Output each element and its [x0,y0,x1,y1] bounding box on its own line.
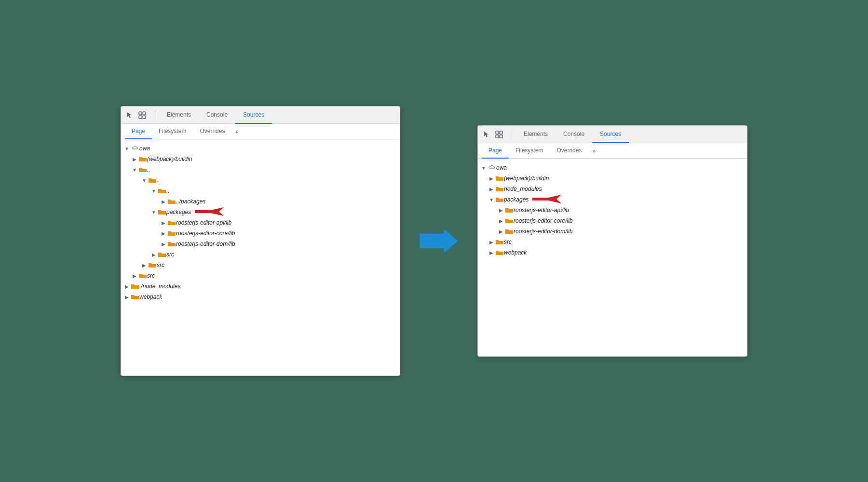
right-subtab-overrides[interactable]: Overrides [550,143,588,159]
folder-icon-src-mid [148,262,157,268]
tree-item-owa-r[interactable]: owa [478,162,747,173]
tree-item-node-modules-left[interactable]: ./node_modules [121,281,400,292]
left-tab-elements[interactable]: Elements [159,107,199,124]
right-tab-console[interactable]: Console [556,126,592,143]
right-subtab-filesystem[interactable]: Filesystem [509,143,550,159]
folder-icon-packages-left [158,209,166,215]
right-toolbar-icons [482,130,504,139]
right-toolbar-divider [512,130,512,139]
tree-label-dotdot2: .. [157,177,160,184]
tree-arrow-owa [123,145,131,152]
tree-item-owa[interactable]: owa [121,143,400,154]
folder-icon-webpack-buildin [138,156,147,162]
tree-item-roosterjs-dom-r[interactable]: roosterjs-editor-dom/lib [478,226,747,237]
tree-arrow-roosterjs-api [160,219,167,227]
tree-item-roosterjs-core[interactable]: roosterjs-editor-core/lib [121,228,400,239]
left-toolbar: Elements Console Sources [121,107,400,124]
tree-item-webpack-r[interactable]: webpack [478,247,747,258]
tree-item-src-inner[interactable]: src [121,249,400,260]
tree-label-node-modules-left: ./node_modules [139,283,180,290]
tree-item-src-mid[interactable]: src [121,260,400,270]
left-subtab-more[interactable]: » [231,128,243,135]
tree-item-roosterjs-dom[interactable]: roosterjs-editor-dom/lib [121,239,400,249]
tree-arrow-webpack-left [123,293,131,301]
tree-arrow-owa-r [480,164,488,172]
folder-icon-node-modules-left [131,283,139,290]
left-subtabs: Page Filesystem Overrides » [121,124,400,139]
inspect-icon[interactable] [137,110,147,120]
tree-arrow-dotdot-packages [160,198,167,205]
tree-item-webpack-buildin-r[interactable]: (webpack)/buildin [478,173,747,184]
tree-label-roosterjs-api-r: roosterjs-editor-api/lib [514,207,569,214]
tree-arrow-dotdot3 [150,187,158,195]
tree-arrow-roosterjs-api-r [497,206,505,214]
tree-arrow-node-modules-r [488,185,495,193]
tree-label-src-outer: src [147,272,155,279]
svg-rect-0 [139,112,142,115]
svg-rect-2 [139,116,142,119]
tree-arrow-roosterjs-core [160,229,167,237]
right-tab-elements[interactable]: Elements [516,126,556,143]
tree-label-src-r: src [504,239,512,245]
red-arrow-left-packages [195,206,224,218]
tree-item-packages-left[interactable]: packages [121,207,400,217]
tree-arrow-src-inner [150,251,158,258]
folder-icon-roosterjs-core [167,230,176,237]
left-file-tree: owa (webpack)/buildin .. [121,139,400,375]
right-tab-sources[interactable]: Sources [592,126,629,143]
tree-arrow-dotdot1 [131,166,138,174]
left-toolbar-icons [125,110,147,120]
tree-arrow-roosterjs-dom [160,240,167,248]
svg-rect-3 [143,116,146,119]
blue-arrow-svg [420,227,458,255]
tree-item-webpack-left[interactable]: webpack [121,292,400,302]
svg-rect-12 [532,198,553,201]
tree-item-node-modules-r[interactable]: node_modules [478,184,747,194]
left-subtab-page[interactable]: Page [125,124,152,139]
red-arrow-right-packages [532,194,561,206]
tree-label-webpack-r: webpack [504,249,527,256]
folder-icon-packages-r [495,196,504,203]
tree-item-roosterjs-api-r[interactable]: roosterjs-editor-api/lib [478,205,747,215]
tree-label-webpack-left: webpack [139,294,162,300]
tree-arrow-webpack-buildin [131,155,138,163]
left-subtab-filesystem[interactable]: Filesystem [152,124,193,139]
tree-label-node-modules-r: node_modules [504,186,542,192]
tree-arrow-packages-left [150,208,158,216]
tree-arrow-src-outer [131,272,138,280]
tree-label-src-mid: src [157,262,164,268]
svg-rect-8 [500,131,502,134]
left-tab-console[interactable]: Console [199,107,235,124]
tree-item-dotdot3[interactable]: .. [121,186,400,196]
folder-icon-dotdot2 [148,177,157,184]
svg-rect-1 [143,112,146,115]
folder-icon-webpack-buildin-r [495,175,504,182]
right-cursor-icon[interactable] [482,130,491,139]
right-subtab-page[interactable]: Page [482,143,509,159]
folder-icon-roosterjs-api [167,219,176,226]
tree-item-packages-r[interactable]: packages [478,194,747,205]
tree-item-src-r[interactable]: src [478,237,747,247]
tree-item-roosterjs-core-r[interactable]: roosterjs-editor-core/lib [478,215,747,226]
tree-label-roosterjs-core-r: roosterjs-editor-core/lib [514,217,573,224]
svg-marker-6 [420,229,458,253]
folder-icon-src-r [495,239,504,245]
tree-arrow-roosterjs-dom-r [497,228,505,235]
right-subtab-more[interactable]: » [588,147,599,154]
tree-arrow-src-mid [140,261,148,269]
svg-rect-10 [500,135,502,138]
left-devtools-panel: Elements Console Sources Page Filesystem… [121,106,400,376]
left-tab-sources[interactable]: Sources [235,107,272,124]
tree-arrow-webpack-r [488,249,495,256]
tree-item-roosterjs-api[interactable]: roosterjs-editor-api/lib [121,217,400,228]
tree-item-src-outer[interactable]: src [121,270,400,281]
tree-item-webpack-buildin[interactable]: (webpack)/buildin [121,154,400,164]
tree-arrow-dotdot2 [140,176,148,184]
tree-item-dotdot1[interactable]: .. [121,164,400,175]
left-subtab-overrides[interactable]: Overrides [193,124,231,139]
cursor-icon[interactable] [125,110,135,120]
right-inspect-icon[interactable] [494,130,504,139]
tree-label-roosterjs-core: roosterjs-editor-core/lib [176,230,235,237]
tree-item-dotdot2[interactable]: .. [121,175,400,186]
tree-item-dotdot-packages[interactable]: ../packages [121,196,400,207]
